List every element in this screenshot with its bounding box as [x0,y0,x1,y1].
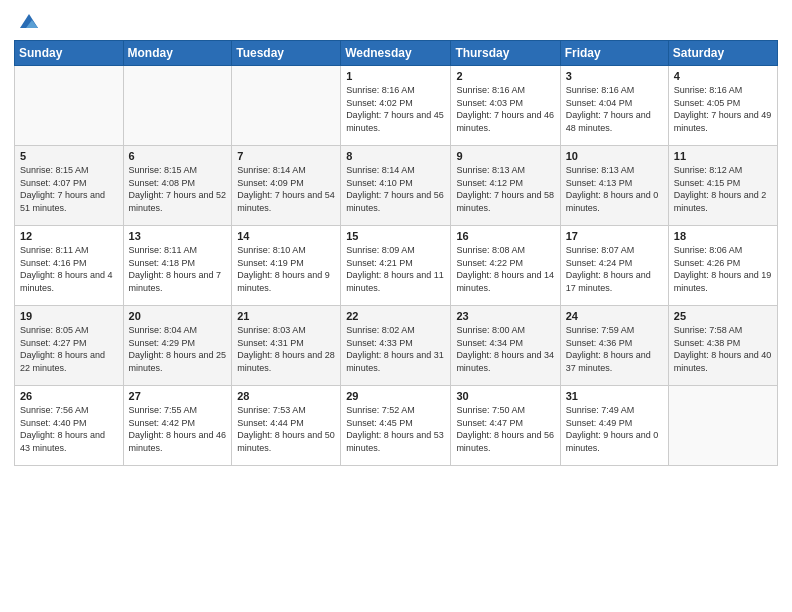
day-cell: 5Sunrise: 8:15 AM Sunset: 4:07 PM Daylig… [15,146,124,226]
day-info: Sunrise: 8:04 AM Sunset: 4:29 PM Dayligh… [129,324,227,374]
day-info: Sunrise: 8:06 AM Sunset: 4:26 PM Dayligh… [674,244,772,294]
day-number: 30 [456,390,554,402]
logo-icon [18,10,40,32]
day-number: 18 [674,230,772,242]
weekday-header-friday: Friday [560,41,668,66]
day-number: 31 [566,390,663,402]
day-info: Sunrise: 8:11 AM Sunset: 4:18 PM Dayligh… [129,244,227,294]
day-cell: 2Sunrise: 8:16 AM Sunset: 4:03 PM Daylig… [451,66,560,146]
day-info: Sunrise: 8:15 AM Sunset: 4:08 PM Dayligh… [129,164,227,214]
day-number: 7 [237,150,335,162]
day-number: 4 [674,70,772,82]
day-cell: 30Sunrise: 7:50 AM Sunset: 4:47 PM Dayli… [451,386,560,466]
day-number: 17 [566,230,663,242]
day-info: Sunrise: 8:05 AM Sunset: 4:27 PM Dayligh… [20,324,118,374]
day-cell: 4Sunrise: 8:16 AM Sunset: 4:05 PM Daylig… [668,66,777,146]
day-number: 19 [20,310,118,322]
day-number: 15 [346,230,445,242]
day-cell: 24Sunrise: 7:59 AM Sunset: 4:36 PM Dayli… [560,306,668,386]
day-cell [123,66,232,146]
week-row-0: 1Sunrise: 8:16 AM Sunset: 4:02 PM Daylig… [15,66,778,146]
day-info: Sunrise: 7:50 AM Sunset: 4:47 PM Dayligh… [456,404,554,454]
day-cell: 21Sunrise: 8:03 AM Sunset: 4:31 PM Dayli… [232,306,341,386]
day-info: Sunrise: 8:16 AM Sunset: 4:02 PM Dayligh… [346,84,445,134]
day-cell: 3Sunrise: 8:16 AM Sunset: 4:04 PM Daylig… [560,66,668,146]
day-number: 16 [456,230,554,242]
day-number: 9 [456,150,554,162]
day-cell [232,66,341,146]
weekday-header-row: SundayMondayTuesdayWednesdayThursdayFrid… [15,41,778,66]
header [14,10,778,32]
page: SundayMondayTuesdayWednesdayThursdayFrid… [0,0,792,612]
day-number: 3 [566,70,663,82]
weekday-header-saturday: Saturday [668,41,777,66]
week-row-2: 12Sunrise: 8:11 AM Sunset: 4:16 PM Dayli… [15,226,778,306]
day-number: 29 [346,390,445,402]
day-info: Sunrise: 8:02 AM Sunset: 4:33 PM Dayligh… [346,324,445,374]
day-cell: 31Sunrise: 7:49 AM Sunset: 4:49 PM Dayli… [560,386,668,466]
day-info: Sunrise: 8:03 AM Sunset: 4:31 PM Dayligh… [237,324,335,374]
day-cell: 10Sunrise: 8:13 AM Sunset: 4:13 PM Dayli… [560,146,668,226]
day-cell: 8Sunrise: 8:14 AM Sunset: 4:10 PM Daylig… [341,146,451,226]
day-cell: 26Sunrise: 7:56 AM Sunset: 4:40 PM Dayli… [15,386,124,466]
day-cell: 29Sunrise: 7:52 AM Sunset: 4:45 PM Dayli… [341,386,451,466]
day-info: Sunrise: 8:08 AM Sunset: 4:22 PM Dayligh… [456,244,554,294]
day-number: 1 [346,70,445,82]
day-info: Sunrise: 8:10 AM Sunset: 4:19 PM Dayligh… [237,244,335,294]
day-info: Sunrise: 8:16 AM Sunset: 4:03 PM Dayligh… [456,84,554,134]
day-info: Sunrise: 8:16 AM Sunset: 4:04 PM Dayligh… [566,84,663,134]
day-cell: 27Sunrise: 7:55 AM Sunset: 4:42 PM Dayli… [123,386,232,466]
day-cell: 12Sunrise: 8:11 AM Sunset: 4:16 PM Dayli… [15,226,124,306]
day-cell: 6Sunrise: 8:15 AM Sunset: 4:08 PM Daylig… [123,146,232,226]
day-number: 24 [566,310,663,322]
day-cell: 23Sunrise: 8:00 AM Sunset: 4:34 PM Dayli… [451,306,560,386]
day-number: 12 [20,230,118,242]
weekday-header-sunday: Sunday [15,41,124,66]
day-cell: 14Sunrise: 8:10 AM Sunset: 4:19 PM Dayli… [232,226,341,306]
day-info: Sunrise: 7:56 AM Sunset: 4:40 PM Dayligh… [20,404,118,454]
day-number: 23 [456,310,554,322]
day-number: 22 [346,310,445,322]
day-number: 20 [129,310,227,322]
day-cell [15,66,124,146]
day-cell: 18Sunrise: 8:06 AM Sunset: 4:26 PM Dayli… [668,226,777,306]
day-cell: 11Sunrise: 8:12 AM Sunset: 4:15 PM Dayli… [668,146,777,226]
day-cell: 1Sunrise: 8:16 AM Sunset: 4:02 PM Daylig… [341,66,451,146]
day-cell: 28Sunrise: 7:53 AM Sunset: 4:44 PM Dayli… [232,386,341,466]
weekday-header-tuesday: Tuesday [232,41,341,66]
day-info: Sunrise: 8:16 AM Sunset: 4:05 PM Dayligh… [674,84,772,134]
day-info: Sunrise: 8:14 AM Sunset: 4:10 PM Dayligh… [346,164,445,214]
weekday-header-wednesday: Wednesday [341,41,451,66]
day-info: Sunrise: 7:58 AM Sunset: 4:38 PM Dayligh… [674,324,772,374]
week-row-4: 26Sunrise: 7:56 AM Sunset: 4:40 PM Dayli… [15,386,778,466]
day-info: Sunrise: 8:11 AM Sunset: 4:16 PM Dayligh… [20,244,118,294]
day-info: Sunrise: 8:09 AM Sunset: 4:21 PM Dayligh… [346,244,445,294]
day-info: Sunrise: 8:00 AM Sunset: 4:34 PM Dayligh… [456,324,554,374]
day-cell: 19Sunrise: 8:05 AM Sunset: 4:27 PM Dayli… [15,306,124,386]
day-info: Sunrise: 8:15 AM Sunset: 4:07 PM Dayligh… [20,164,118,214]
day-cell [668,386,777,466]
day-cell: 15Sunrise: 8:09 AM Sunset: 4:21 PM Dayli… [341,226,451,306]
day-number: 13 [129,230,227,242]
day-info: Sunrise: 7:53 AM Sunset: 4:44 PM Dayligh… [237,404,335,454]
day-number: 10 [566,150,663,162]
day-info: Sunrise: 8:14 AM Sunset: 4:09 PM Dayligh… [237,164,335,214]
day-number: 25 [674,310,772,322]
day-info: Sunrise: 8:13 AM Sunset: 4:12 PM Dayligh… [456,164,554,214]
day-number: 26 [20,390,118,402]
day-cell: 22Sunrise: 8:02 AM Sunset: 4:33 PM Dayli… [341,306,451,386]
day-number: 27 [129,390,227,402]
day-number: 2 [456,70,554,82]
day-cell: 9Sunrise: 8:13 AM Sunset: 4:12 PM Daylig… [451,146,560,226]
day-info: Sunrise: 7:49 AM Sunset: 4:49 PM Dayligh… [566,404,663,454]
day-cell: 20Sunrise: 8:04 AM Sunset: 4:29 PM Dayli… [123,306,232,386]
day-number: 11 [674,150,772,162]
day-number: 14 [237,230,335,242]
day-info: Sunrise: 7:59 AM Sunset: 4:36 PM Dayligh… [566,324,663,374]
day-cell: 13Sunrise: 8:11 AM Sunset: 4:18 PM Dayli… [123,226,232,306]
day-cell: 25Sunrise: 7:58 AM Sunset: 4:38 PM Dayli… [668,306,777,386]
week-row-3: 19Sunrise: 8:05 AM Sunset: 4:27 PM Dayli… [15,306,778,386]
day-number: 6 [129,150,227,162]
day-number: 21 [237,310,335,322]
day-info: Sunrise: 7:52 AM Sunset: 4:45 PM Dayligh… [346,404,445,454]
